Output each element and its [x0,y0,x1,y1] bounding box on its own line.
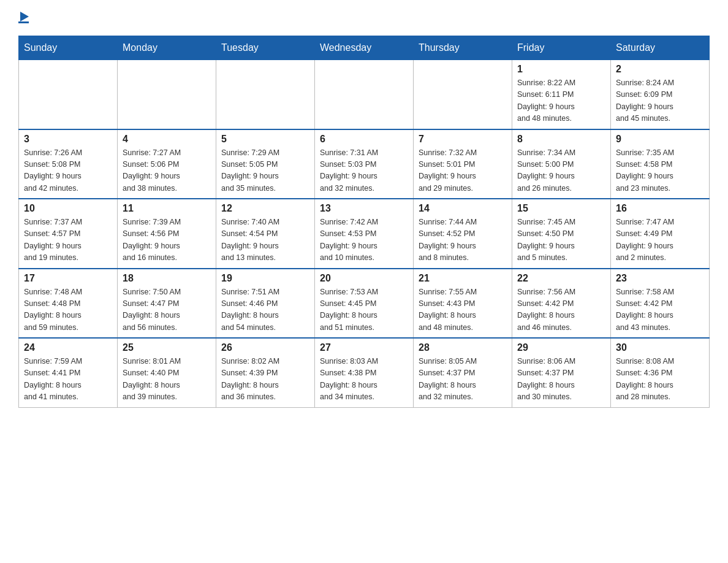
weekday-header: Thursday [414,36,512,60]
calendar-cell: 18Sunrise: 7:50 AMSunset: 4:47 PMDayligh… [118,269,216,339]
day-number: 8 [517,134,605,145]
day-number: 15 [517,203,605,214]
calendar-cell [19,60,118,129]
calendar-cell: 4Sunrise: 7:27 AMSunset: 5:06 PMDaylight… [118,129,216,199]
day-info: Sunrise: 7:39 AMSunset: 4:56 PMDaylight:… [123,216,211,264]
calendar-cell [118,60,216,129]
calendar-cell: 27Sunrise: 8:03 AMSunset: 4:38 PMDayligh… [315,338,414,407]
day-info: Sunrise: 8:24 AMSunset: 6:09 PMDaylight:… [616,77,704,125]
day-info: Sunrise: 7:37 AMSunset: 4:57 PMDaylight:… [24,216,112,264]
calendar-cell: 11Sunrise: 7:39 AMSunset: 4:56 PMDayligh… [118,199,216,269]
day-info: Sunrise: 7:50 AMSunset: 4:47 PMDaylight:… [123,286,211,334]
day-info: Sunrise: 7:55 AMSunset: 4:43 PMDaylight:… [419,286,507,334]
calendar-cell: 24Sunrise: 7:59 AMSunset: 4:41 PMDayligh… [19,338,118,407]
weekday-header: Wednesday [315,36,414,60]
day-info: Sunrise: 7:56 AMSunset: 4:42 PMDaylight:… [517,286,605,334]
weekday-header: Monday [118,36,216,60]
calendar-cell: 30Sunrise: 8:08 AMSunset: 4:36 PMDayligh… [611,338,710,407]
calendar-cell: 12Sunrise: 7:40 AMSunset: 4:54 PMDayligh… [216,199,315,269]
day-info: Sunrise: 8:02 AMSunset: 4:39 PMDaylight:… [221,356,309,404]
page-header [18,12,710,23]
day-info: Sunrise: 8:05 AMSunset: 4:37 PMDaylight:… [419,356,507,404]
day-info: Sunrise: 7:29 AMSunset: 5:05 PMDaylight:… [221,147,309,195]
calendar-cell [315,60,414,129]
day-number: 29 [517,342,605,353]
day-info: Sunrise: 8:06 AMSunset: 4:37 PMDaylight:… [517,356,605,404]
day-info: Sunrise: 7:40 AMSunset: 4:54 PMDaylight:… [221,216,309,264]
day-number: 22 [517,273,605,284]
day-info: Sunrise: 8:01 AMSunset: 4:40 PMDaylight:… [123,356,211,404]
calendar-cell: 28Sunrise: 8:05 AMSunset: 4:37 PMDayligh… [414,338,512,407]
calendar-cell: 6Sunrise: 7:31 AMSunset: 5:03 PMDaylight… [315,129,414,199]
calendar-cell: 25Sunrise: 8:01 AMSunset: 4:40 PMDayligh… [118,338,216,407]
weekday-header: Tuesday [216,36,315,60]
day-info: Sunrise: 7:48 AMSunset: 4:48 PMDaylight:… [24,286,112,334]
calendar-cell: 2Sunrise: 8:24 AMSunset: 6:09 PMDaylight… [611,60,710,129]
weekday-header: Saturday [611,36,710,60]
day-number: 24 [24,342,112,353]
day-info: Sunrise: 7:51 AMSunset: 4:46 PMDaylight:… [221,286,309,334]
day-info: Sunrise: 7:59 AMSunset: 4:41 PMDaylight:… [24,356,112,404]
logo [18,12,29,23]
logo-underline [18,21,29,23]
day-number: 20 [320,273,408,284]
day-info: Sunrise: 8:22 AMSunset: 6:11 PMDaylight:… [517,77,605,125]
calendar-cell: 10Sunrise: 7:37 AMSunset: 4:57 PMDayligh… [19,199,118,269]
day-info: Sunrise: 7:35 AMSunset: 4:58 PMDaylight:… [616,147,704,195]
day-number: 26 [221,342,309,353]
day-number: 1 [517,64,605,75]
calendar-cell: 29Sunrise: 8:06 AMSunset: 4:37 PMDayligh… [512,338,611,407]
calendar-cell: 9Sunrise: 7:35 AMSunset: 4:58 PMDaylight… [611,129,710,199]
calendar-cell [216,60,315,129]
weekday-header: Sunday [19,36,118,60]
calendar-header-row: SundayMondayTuesdayWednesdayThursdayFrid… [19,36,710,60]
day-info: Sunrise: 7:44 AMSunset: 4:52 PMDaylight:… [419,216,507,264]
calendar-cell: 1Sunrise: 8:22 AMSunset: 6:11 PMDaylight… [512,60,611,129]
calendar-cell: 26Sunrise: 8:02 AMSunset: 4:39 PMDayligh… [216,338,315,407]
day-number: 4 [123,134,211,145]
day-number: 2 [616,64,704,75]
day-info: Sunrise: 7:31 AMSunset: 5:03 PMDaylight:… [320,147,408,195]
day-info: Sunrise: 7:53 AMSunset: 4:45 PMDaylight:… [320,286,408,334]
calendar-cell: 3Sunrise: 7:26 AMSunset: 5:08 PMDaylight… [19,129,118,199]
day-number: 10 [24,203,112,214]
day-info: Sunrise: 8:08 AMSunset: 4:36 PMDaylight:… [616,356,704,404]
calendar-cell: 19Sunrise: 7:51 AMSunset: 4:46 PMDayligh… [216,269,315,339]
calendar-cell: 16Sunrise: 7:47 AMSunset: 4:49 PMDayligh… [611,199,710,269]
day-number: 30 [616,342,704,353]
calendar-cell: 22Sunrise: 7:56 AMSunset: 4:42 PMDayligh… [512,269,611,339]
day-number: 6 [320,134,408,145]
day-number: 7 [419,134,507,145]
day-info: Sunrise: 7:27 AMSunset: 5:06 PMDaylight:… [123,147,211,195]
calendar-cell: 17Sunrise: 7:48 AMSunset: 4:48 PMDayligh… [19,269,118,339]
day-number: 11 [123,203,211,214]
calendar-week-row: 3Sunrise: 7:26 AMSunset: 5:08 PMDaylight… [19,129,710,199]
day-number: 13 [320,203,408,214]
calendar-cell: 21Sunrise: 7:55 AMSunset: 4:43 PMDayligh… [414,269,512,339]
calendar-cell [414,60,512,129]
day-info: Sunrise: 7:42 AMSunset: 4:53 PMDaylight:… [320,216,408,264]
calendar-cell: 7Sunrise: 7:32 AMSunset: 5:01 PMDaylight… [414,129,512,199]
calendar-cell: 15Sunrise: 7:45 AMSunset: 4:50 PMDayligh… [512,199,611,269]
calendar-cell: 13Sunrise: 7:42 AMSunset: 4:53 PMDayligh… [315,199,414,269]
day-number: 14 [419,203,507,214]
day-info: Sunrise: 7:58 AMSunset: 4:42 PMDaylight:… [616,286,704,334]
calendar-week-row: 24Sunrise: 7:59 AMSunset: 4:41 PMDayligh… [19,338,710,407]
day-info: Sunrise: 7:32 AMSunset: 5:01 PMDaylight:… [419,147,507,195]
calendar-cell: 20Sunrise: 7:53 AMSunset: 4:45 PMDayligh… [315,269,414,339]
calendar-cell: 14Sunrise: 7:44 AMSunset: 4:52 PMDayligh… [414,199,512,269]
day-number: 28 [419,342,507,353]
calendar-week-row: 10Sunrise: 7:37 AMSunset: 4:57 PMDayligh… [19,199,710,269]
day-info: Sunrise: 8:03 AMSunset: 4:38 PMDaylight:… [320,356,408,404]
day-number: 16 [616,203,704,214]
day-number: 19 [221,273,309,284]
day-number: 21 [419,273,507,284]
day-info: Sunrise: 7:34 AMSunset: 5:00 PMDaylight:… [517,147,605,195]
day-number: 25 [123,342,211,353]
day-info: Sunrise: 7:47 AMSunset: 4:49 PMDaylight:… [616,216,704,264]
calendar-week-row: 1Sunrise: 8:22 AMSunset: 6:11 PMDaylight… [19,60,710,129]
weekday-header: Friday [512,36,611,60]
calendar-cell: 23Sunrise: 7:58 AMSunset: 4:42 PMDayligh… [611,269,710,339]
day-number: 27 [320,342,408,353]
calendar-cell: 8Sunrise: 7:34 AMSunset: 5:00 PMDaylight… [512,129,611,199]
